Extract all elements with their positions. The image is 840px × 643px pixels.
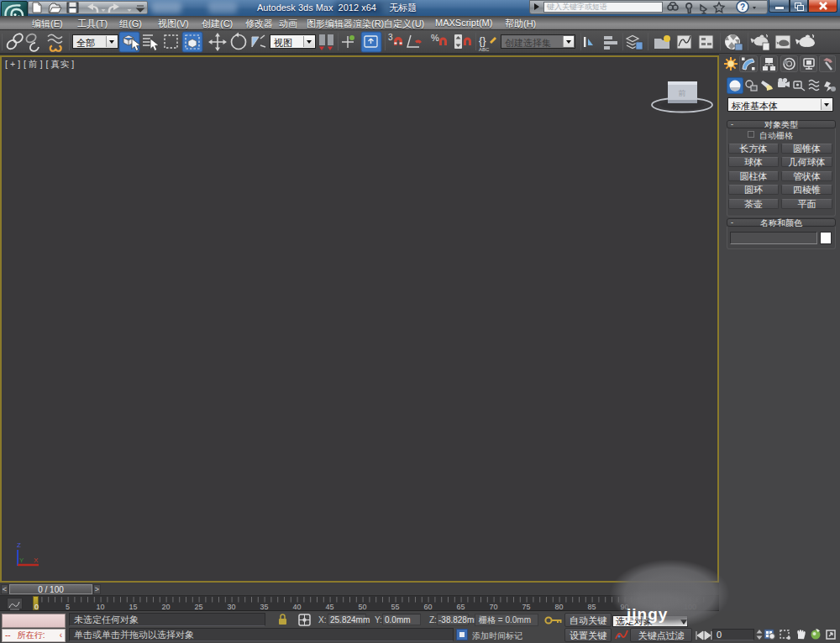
svg-text:45: 45 — [326, 603, 334, 611]
svg-text:55: 55 — [391, 603, 400, 611]
svg-text:85: 85 — [588, 603, 596, 611]
svg-text:70: 70 — [490, 603, 498, 611]
svg-text:%: % — [431, 33, 439, 43]
svg-text:3: 3 — [388, 33, 393, 42]
svg-text:Z: Z — [17, 541, 21, 549]
svg-text:ABC: ABC — [479, 47, 490, 52]
svg-text:10: 10 — [97, 603, 105, 611]
svg-text:{}: {} — [479, 34, 486, 47]
svg-text:5: 5 — [66, 603, 70, 611]
svg-text:35: 35 — [260, 603, 269, 611]
svg-text:40: 40 — [293, 603, 302, 611]
svg-text:Y: Y — [19, 557, 24, 564]
svg-text:20: 20 — [162, 603, 171, 611]
svg-text:75: 75 — [522, 603, 531, 611]
svg-text:60: 60 — [424, 603, 433, 611]
svg-text:80: 80 — [555, 603, 564, 611]
svg-text:50: 50 — [359, 603, 367, 611]
svg-text:15: 15 — [129, 603, 138, 611]
svg-text:30: 30 — [228, 603, 236, 611]
svg-text:X: X — [34, 557, 39, 564]
svg-text:25: 25 — [195, 603, 203, 611]
svg-text:前: 前 — [679, 89, 686, 97]
svg-text:?: ? — [740, 3, 745, 12]
svg-text:65: 65 — [457, 603, 465, 611]
